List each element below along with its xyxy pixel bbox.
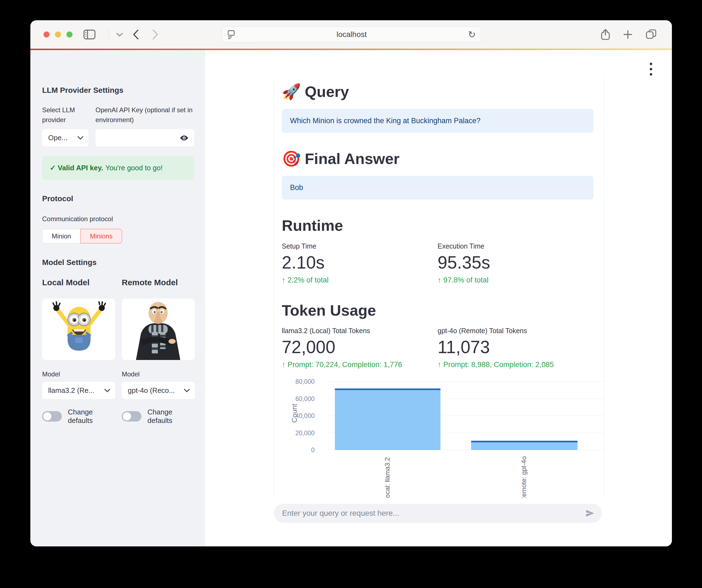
refresh-icon[interactable]: ↻ bbox=[468, 30, 476, 39]
api-key-status-banner: ✓ Valid API key.You're good to go! bbox=[42, 156, 194, 180]
remote-toggle-label: Change defaults bbox=[147, 408, 195, 425]
provider-select-label: Select LLM provider bbox=[42, 105, 88, 125]
chevron-down-icon bbox=[104, 389, 110, 393]
chart-y-ticks: 020,00040,00060,00080,000 bbox=[282, 382, 317, 450]
new-tab-icon[interactable] bbox=[623, 30, 632, 39]
browser-window: localhost ↻ LLM Provider Settings Select… bbox=[30, 20, 672, 547]
remote-model-select-value: gpt-4o (Reco... bbox=[128, 386, 184, 395]
chart-y-tick-label: 20,000 bbox=[296, 429, 315, 436]
local-model-title: Local Model bbox=[42, 278, 115, 287]
metric-delta: ↑ 97.8% of total bbox=[438, 276, 594, 284]
metric-delta: ↑ Prompt: 70,224, Completion: 1,776 bbox=[282, 361, 438, 369]
chart-bar-prompt-segment bbox=[471, 443, 578, 450]
query-title: 🚀Query bbox=[282, 83, 593, 100]
chevron-down-icon bbox=[184, 389, 190, 393]
chart-y-tick-label: 60,000 bbox=[296, 395, 315, 402]
minimize-button[interactable] bbox=[55, 31, 61, 37]
browser-toolbar: localhost ↻ bbox=[30, 20, 672, 49]
main-content: 🚀Query Which Minion is crowned the King … bbox=[205, 51, 672, 547]
local-model-image bbox=[42, 299, 115, 360]
sidebar-title: LLM Provider Settings bbox=[42, 86, 194, 95]
metric-value: 2.10s bbox=[282, 253, 438, 273]
reader-icon[interactable] bbox=[227, 30, 235, 39]
local-model-select-label: Model bbox=[42, 370, 115, 378]
chart-plot: Local: llama3.2Remote: gpt-4o bbox=[326, 382, 604, 450]
traffic-lights bbox=[43, 31, 73, 37]
chart-y-tick-label: 0 bbox=[311, 447, 315, 454]
local-toggle-label: Change defaults bbox=[68, 408, 115, 425]
remote-model-image bbox=[122, 299, 195, 360]
metric-value: 72,000 bbox=[282, 337, 438, 357]
toolbar-chevron-down-icon[interactable] bbox=[116, 32, 123, 37]
share-icon[interactable] bbox=[601, 29, 610, 40]
send-icon[interactable] bbox=[585, 508, 595, 518]
chart-y-tick-label: 80,000 bbox=[296, 378, 315, 385]
setup-time-metric: Setup Time 2.10s ↑ 2.2% of total bbox=[282, 242, 438, 284]
protocol-option-minion[interactable]: Minion bbox=[42, 229, 81, 243]
api-status-bold: ✓ Valid API key. bbox=[50, 164, 103, 172]
sidebar: LLM Provider Settings Select LLM provide… bbox=[30, 51, 205, 547]
sidebar-toggle-icon[interactable] bbox=[84, 29, 96, 39]
token-usage-chart: Count 020,00040,00060,00080,000 Local: l… bbox=[282, 379, 593, 494]
url-text[interactable]: localhost bbox=[235, 30, 468, 39]
final-answer-text: Bob bbox=[290, 183, 303, 192]
chevron-down-icon bbox=[78, 136, 84, 140]
provider-select[interactable]: Ope... bbox=[42, 129, 88, 146]
zoom-button[interactable] bbox=[67, 31, 73, 37]
chart-bar bbox=[471, 441, 578, 450]
chart-bar bbox=[335, 388, 441, 450]
final-answer-box: Bob bbox=[282, 176, 593, 200]
metric-label: llama3.2 (Local) Total Tokens bbox=[282, 327, 438, 335]
api-key-label: OpenAI API Key (optional if set in envir… bbox=[96, 105, 194, 125]
metric-value: 11,073 bbox=[438, 337, 594, 357]
remote-tokens-metric: gpt-4o (Remote) Total Tokens 11,073 ↑ Pr… bbox=[438, 327, 594, 369]
protocol-segmented-control: Minion Minions bbox=[42, 229, 122, 243]
model-settings-title: Model Settings bbox=[42, 258, 194, 267]
local-model-select[interactable]: llama3.2 (Re... bbox=[42, 382, 115, 399]
query-box: Which Minion is crowned the King at Buck… bbox=[282, 109, 593, 133]
address-bar[interactable]: localhost ↻ bbox=[222, 26, 481, 42]
remote-model-select[interactable]: gpt-4o (Reco... bbox=[122, 382, 195, 399]
forward-button[interactable] bbox=[152, 29, 159, 40]
protocol-label: Communication protocol bbox=[42, 214, 194, 224]
runtime-title: Runtime bbox=[282, 217, 593, 234]
results-container: 🚀Query Which Minion is crowned the King … bbox=[274, 78, 604, 498]
chart-y-tick-label: 40,000 bbox=[296, 412, 315, 420]
app-menu-button[interactable] bbox=[646, 63, 656, 76]
final-answer-title: 🎯Final Answer bbox=[282, 150, 593, 167]
toolbar-divider bbox=[109, 28, 109, 40]
target-icon: 🎯 bbox=[282, 150, 301, 167]
metric-delta: ↑ Prompt: 8,988, Completion: 2,085 bbox=[438, 361, 594, 369]
execution-time-metric: Execution Time 95.35s ↑ 97.8% of total bbox=[438, 242, 594, 284]
remote-model-select-label: Model bbox=[122, 370, 195, 378]
remote-change-defaults-toggle[interactable] bbox=[122, 411, 141, 421]
eye-icon[interactable] bbox=[180, 135, 189, 141]
close-button[interactable] bbox=[43, 31, 49, 37]
local-change-defaults-toggle[interactable] bbox=[42, 411, 62, 421]
app-decoration-bar bbox=[30, 49, 672, 50]
local-model-select-value: llama3.2 (Re... bbox=[48, 386, 104, 395]
tab-overview-icon[interactable] bbox=[646, 29, 657, 40]
metric-value: 95.35s bbox=[438, 253, 594, 273]
metric-label: Execution Time bbox=[438, 242, 594, 250]
chart-gridline bbox=[326, 381, 604, 382]
chart-bar-prompt-segment bbox=[335, 390, 441, 450]
remote-model-title: Remote Model bbox=[122, 278, 195, 287]
metric-label: Setup Time bbox=[282, 242, 438, 250]
chat-placeholder: Enter your query or request here... bbox=[282, 509, 585, 518]
chat-input[interactable]: Enter your query or request here... bbox=[274, 504, 602, 523]
token-usage-title: Token Usage bbox=[282, 302, 593, 319]
rocket-icon: 🚀 bbox=[282, 83, 301, 100]
provider-select-value: Ope... bbox=[48, 133, 78, 142]
api-key-input[interactable] bbox=[96, 129, 194, 146]
metric-delta: ↑ 2.2% of total bbox=[282, 276, 438, 284]
protocol-title: Protocol bbox=[42, 194, 194, 203]
chart-x-tick-label: Remote: gpt-4o bbox=[520, 458, 528, 498]
protocol-option-minions[interactable]: Minions bbox=[81, 229, 122, 243]
chart-x-tick-label: Local: llama3.2 bbox=[383, 458, 391, 498]
metric-label: gpt-4o (Remote) Total Tokens bbox=[438, 327, 594, 335]
api-status-rest: You're good to go! bbox=[105, 164, 162, 172]
back-button[interactable] bbox=[132, 29, 139, 40]
local-tokens-metric: llama3.2 (Local) Total Tokens 72,000 ↑ P… bbox=[282, 327, 438, 369]
query-text: Which Minion is crowned the King at Buck… bbox=[290, 117, 480, 125]
